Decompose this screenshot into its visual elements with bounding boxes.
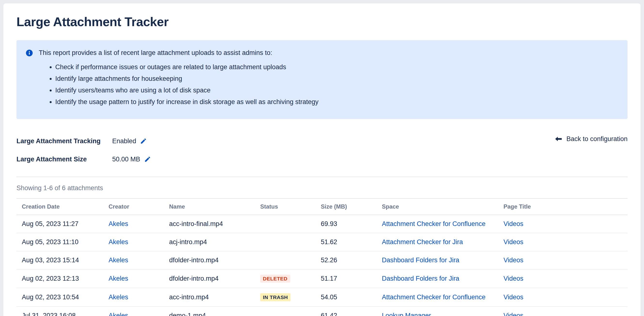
- space-link[interactable]: Lookup Manager: [382, 312, 431, 316]
- table-row: Aug 05, 2023 11:27 Akeles acc-intro-fina…: [16, 215, 628, 233]
- pencil-icon: [140, 138, 147, 145]
- page-title-link[interactable]: Videos: [504, 312, 523, 316]
- edit-size-button[interactable]: [144, 156, 151, 162]
- back-arrow-icon: [554, 135, 562, 143]
- creator-link[interactable]: Akeles: [108, 312, 128, 316]
- creation-date-cell: Aug 02, 2023 10:54: [16, 288, 108, 307]
- column-header-space: Space: [382, 198, 504, 215]
- setting-row-tracking: Large Attachment Tracking Enabled: [16, 132, 628, 150]
- attachments-table: Creation Date Creator Name Status Size (…: [16, 198, 628, 316]
- status-badge-deleted: DELETED: [260, 275, 290, 283]
- page-title-link[interactable]: Videos: [504, 238, 523, 246]
- table-row: Aug 05, 2023 11:10 Akeles acj-intro.mp4 …: [16, 233, 628, 251]
- back-link-label: Back to configuration: [566, 135, 628, 143]
- page-title-link[interactable]: Videos: [504, 220, 523, 227]
- table-row: Aug 03, 2023 15:14 Akeles dfolder-intro.…: [16, 251, 628, 269]
- info-panel: This report provides a list of recent la…: [16, 40, 628, 119]
- creation-date-cell: Jul 31, 2023 16:08: [16, 307, 108, 316]
- column-header-status: Status: [260, 198, 321, 215]
- attachment-name: demo-1.mp4: [169, 307, 260, 316]
- size-cell: 52.26: [321, 251, 382, 269]
- size-cell: 51.62: [321, 233, 382, 251]
- space-link[interactable]: Dashboard Folders for Jira: [382, 275, 460, 282]
- column-header-page-title: Page Title: [504, 198, 628, 215]
- info-intro: This report provides a list of recent la…: [39, 48, 272, 58]
- creation-date-cell: Aug 05, 2023 11:10: [16, 233, 108, 251]
- creation-date-cell: Aug 05, 2023 11:27: [16, 215, 108, 233]
- info-bullet: Identify large attachments for housekeep…: [55, 74, 618, 83]
- creator-link[interactable]: Akeles: [108, 257, 128, 264]
- attachments-summary: Showing 1-6 of 6 attachments: [16, 184, 628, 192]
- attachment-name: acc-intro.mp4: [169, 288, 260, 307]
- setting-row-size: Large Attachment Size 50.00 MB: [16, 150, 628, 168]
- tracking-value: Enabled: [112, 138, 136, 145]
- pencil-icon: [144, 156, 151, 162]
- info-bullet: Identify the usage pattern to justify fo…: [55, 97, 618, 107]
- column-header-creation-date: Creation Date: [16, 198, 108, 215]
- table-row: Aug 02, 2023 12:13 Akeles dfolder-intro.…: [16, 269, 628, 288]
- status-badge-in-trash: IN TRASH: [260, 293, 290, 301]
- creator-link[interactable]: Akeles: [108, 294, 128, 301]
- attachment-name: dfolder-intro.mp4: [169, 269, 260, 288]
- settings-section: Large Attachment Tracking Enabled Large …: [16, 132, 628, 168]
- column-header-name: Name: [169, 198, 260, 215]
- size-cell: 54.05: [321, 288, 382, 307]
- creator-link[interactable]: Akeles: [108, 238, 128, 246]
- attachment-name: dfolder-intro.mp4: [169, 251, 260, 269]
- table-header-row: Creation Date Creator Name Status Size (…: [16, 198, 628, 215]
- size-cell: 61.42: [321, 307, 382, 316]
- size-cell: 69.93: [321, 215, 382, 233]
- content-card: Large Attachment Tracker This report pro…: [4, 3, 640, 316]
- page-title-link[interactable]: Videos: [504, 257, 523, 264]
- space-link[interactable]: Attachment Checker for Confluence: [382, 294, 486, 301]
- page-title-link[interactable]: Videos: [504, 275, 523, 282]
- attachment-name: acj-intro.mp4: [169, 233, 260, 251]
- creator-link[interactable]: Akeles: [108, 275, 128, 282]
- creation-date-cell: Aug 03, 2023 15:14: [16, 251, 108, 269]
- column-header-creator: Creator: [108, 198, 169, 215]
- section-divider: [16, 177, 628, 177]
- space-link[interactable]: Attachment Checker for Jira: [382, 238, 463, 246]
- table-row: Aug 02, 2023 10:54 Akeles acc-intro.mp4 …: [16, 288, 628, 307]
- space-link[interactable]: Attachment Checker for Confluence: [382, 220, 486, 227]
- creation-date-cell: Aug 02, 2023 12:13: [16, 269, 108, 288]
- edit-tracking-button[interactable]: [140, 138, 147, 145]
- size-cell: 51.17: [321, 269, 382, 288]
- attachment-name: acc-intro-final.mp4: [169, 215, 260, 233]
- creator-link[interactable]: Akeles: [108, 220, 128, 227]
- back-to-configuration-link[interactable]: Back to configuration: [554, 135, 628, 143]
- size-value: 50.00 MB: [112, 156, 140, 163]
- table-row: Jul 31, 2023 16:08 Akeles demo-1.mp4 61.…: [16, 307, 628, 316]
- info-bullet-list: Check if performance issues or outages a…: [26, 62, 618, 107]
- column-header-size: Size (MB): [321, 198, 382, 215]
- info-bullet: Identify users/teams who are using a lot…: [55, 86, 618, 95]
- info-bullet: Check if performance issues or outages a…: [55, 62, 618, 72]
- page-title: Large Attachment Tracker: [16, 14, 628, 29]
- tracking-label: Large Attachment Tracking: [16, 138, 112, 145]
- info-icon: [26, 49, 33, 57]
- size-label: Large Attachment Size: [16, 156, 112, 163]
- page-title-link[interactable]: Videos: [504, 294, 523, 301]
- space-link[interactable]: Dashboard Folders for Jira: [382, 257, 460, 264]
